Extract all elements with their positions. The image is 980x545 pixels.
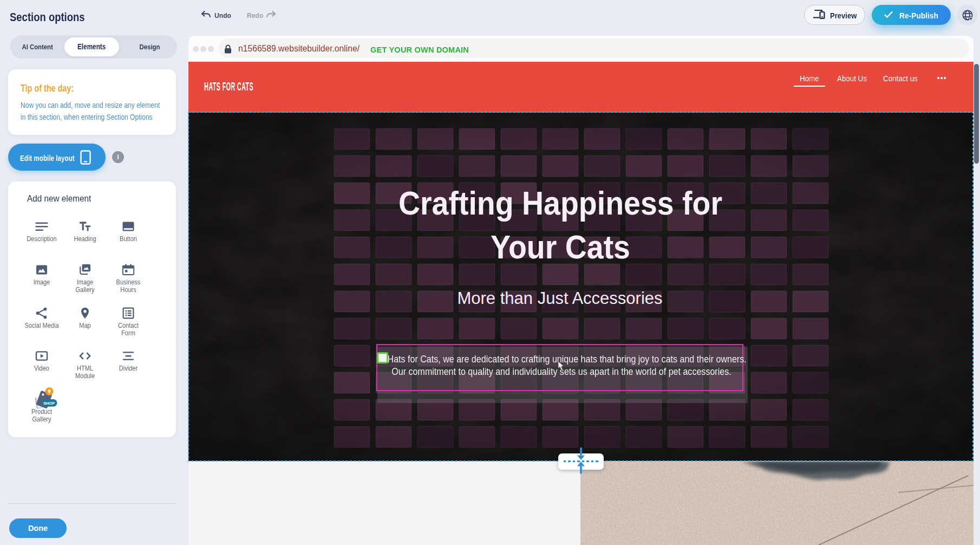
svg-text:SHOP: SHOP xyxy=(43,401,55,406)
